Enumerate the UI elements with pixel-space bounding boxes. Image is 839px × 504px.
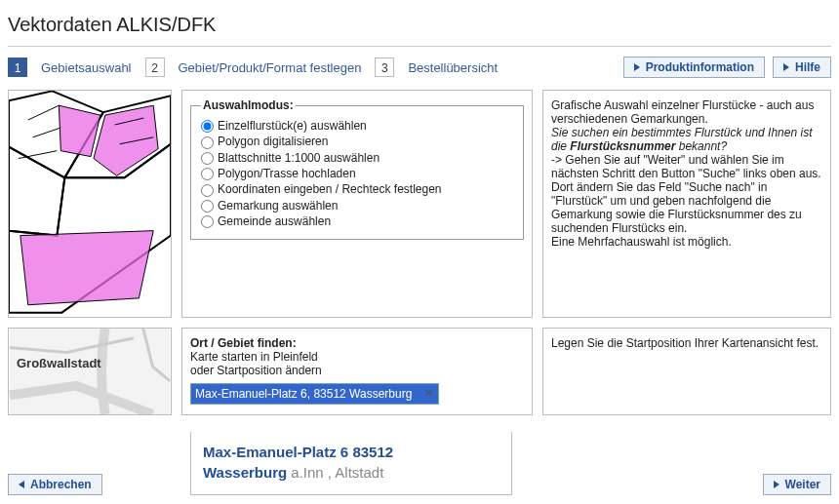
- radio-upload[interactable]: [201, 168, 214, 180]
- mode-option-gemarkung[interactable]: Gemarkung auswählen: [201, 198, 513, 213]
- startposition-panel: Ort / Gebiet finden: Karte starten in Pl…: [181, 328, 533, 415]
- locator-town-label: Großwallstadt: [17, 356, 101, 370]
- selection-mode-fieldset: Auswahlmodus: Einzelflurstück(e) auswähl…: [190, 98, 524, 240]
- mode-option-upload[interactable]: Polygon/Trasse hochladen: [201, 166, 513, 181]
- mode-option-coords[interactable]: Koordinaten eingeben / Rechteck festlege…: [201, 181, 513, 197]
- help-label: Hilfe: [795, 60, 820, 74]
- startposition-line1: Karte starten in Pleinfeld: [190, 350, 524, 364]
- help-text-2: Sie suchen ein bestimmtes Flurstück und …: [551, 126, 822, 153]
- mode-option-sheets[interactable]: Blattschnitte 1:1000 auswählen: [201, 150, 513, 166]
- autocomplete-dropdown: Max-Emanuel-Platz 6 83512 Wasserburg a.I…: [190, 432, 512, 495]
- map-preview[interactable]: [8, 90, 172, 318]
- row-startposition: Großwallstadt Ort / Gebiet finden: Karte…: [8, 328, 831, 415]
- locator-map-icon: [9, 329, 171, 414]
- chevron-left-icon: [19, 481, 24, 488]
- step-3-number[interactable]: 3: [375, 58, 394, 77]
- step-nav: 1 Gebietsauswahl 2 Gebiet/Produkt/Format…: [8, 58, 610, 77]
- chevron-right-icon: [634, 63, 640, 71]
- radio-sheets[interactable]: [201, 152, 214, 165]
- wizard-header: 1 Gebietsauswahl 2 Gebiet/Produkt/Format…: [8, 57, 831, 78]
- mode-option-polygon[interactable]: Polygon digitalisieren: [201, 134, 513, 149]
- step-1-label[interactable]: Gebietsauswahl: [41, 60, 132, 75]
- next-button[interactable]: Weiter: [763, 474, 831, 495]
- mode-option-single-parcel[interactable]: Einzelflurstück(e) auswählen: [201, 118, 513, 134]
- step-2-number[interactable]: 2: [145, 58, 165, 77]
- selection-mode-legend: Auswahlmodus:: [201, 98, 296, 112]
- product-info-label: Produktinformation: [646, 60, 754, 74]
- radio-polygon[interactable]: [201, 136, 214, 149]
- radio-coords[interactable]: [201, 184, 214, 197]
- step-1-number[interactable]: 1: [8, 58, 27, 77]
- startposition-help-text: Legen Sie die Startposition Ihrer Karten…: [551, 336, 819, 350]
- autocomplete-item-sub[interactable]: Wasserburg a.Inn , Altstadt: [203, 462, 499, 483]
- svg-marker-3: [20, 231, 153, 305]
- radio-gemeinde[interactable]: [201, 215, 214, 228]
- startposition-line2: oder Startposition ändern: [190, 364, 524, 377]
- help-text-1: Grafische Auswahl einzelner Flurstücke -…: [551, 98, 822, 126]
- next-label: Weiter: [785, 478, 820, 491]
- help-text-4: Eine Mehrfachauswahl ist möglich.: [551, 235, 822, 249]
- cadastral-map-icon: [9, 91, 171, 317]
- radio-gemarkung[interactable]: [201, 200, 214, 213]
- clear-input-button[interactable]: ✕: [421, 386, 435, 400]
- chevron-right-icon: [783, 63, 789, 71]
- help-button[interactable]: Hilfe: [773, 57, 831, 78]
- page-title: Vektordaten ALKIS/DFK: [8, 14, 831, 36]
- product-info-button[interactable]: Produktinformation: [623, 57, 765, 78]
- startposition-legend: Ort / Gebiet finden:: [190, 336, 524, 350]
- cancel-label: Abbrechen: [30, 478, 92, 491]
- help-text-3: -> Gehen Sie auf "Weiter" und wählen Sie…: [551, 153, 822, 235]
- startposition-input[interactable]: [190, 383, 439, 405]
- cancel-button[interactable]: Abbrechen: [8, 474, 102, 495]
- startposition-help: Legen Sie die Startposition Ihrer Karten…: [542, 328, 831, 415]
- step-3-label[interactable]: Bestellübersicht: [408, 60, 498, 75]
- row-selection: Auswahlmodus: Einzelflurstück(e) auswähl…: [8, 90, 831, 318]
- autocomplete-item[interactable]: Max-Emanuel-Platz 6 83512: [203, 442, 499, 462]
- divider: [8, 46, 831, 47]
- step-2-label[interactable]: Gebiet/Produkt/Format festlegen: [179, 60, 362, 75]
- radio-single-parcel[interactable]: [201, 120, 214, 133]
- chevron-right-icon: [774, 481, 779, 488]
- mode-option-gemeinde[interactable]: Gemeinde auswählen: [201, 213, 513, 229]
- close-icon: ✕: [424, 387, 433, 400]
- selection-mode-panel: Auswahlmodus: Einzelflurstück(e) auswähl…: [181, 90, 533, 318]
- help-panel: Grafische Auswahl einzelner Flurstücke -…: [542, 90, 831, 318]
- locator-map[interactable]: Großwallstadt: [8, 328, 172, 415]
